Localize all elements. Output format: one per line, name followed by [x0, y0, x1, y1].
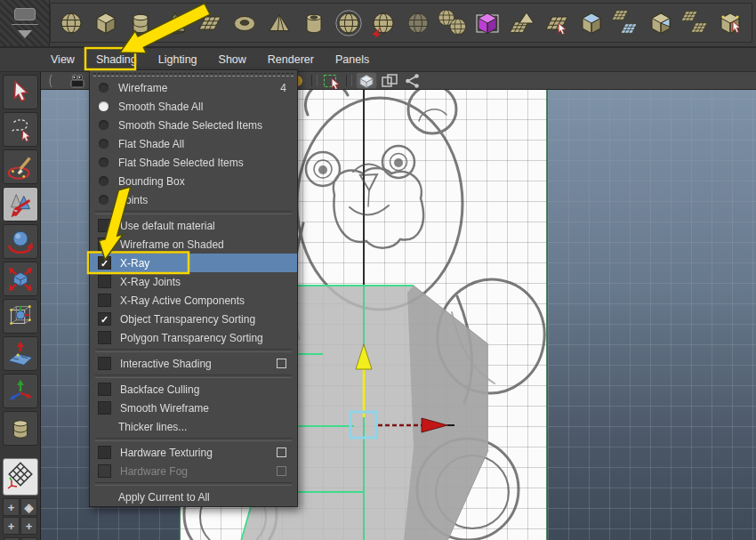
poly-torus-icon[interactable]	[229, 5, 260, 41]
panel-menubar: View Shading Lighting Show Renderer Pane…	[0, 48, 756, 72]
menu-item-polygon-transparency-sorting[interactable]: Polygon Transparency Sorting	[90, 328, 297, 347]
screenshot-icon[interactable]	[402, 72, 423, 89]
menu-item-hardware-fog[interactable]: Hardware Fog	[90, 462, 297, 480]
universal-manipulator-tool[interactable]	[3, 299, 38, 334]
menu-item-label: Apply Current to All	[118, 491, 286, 504]
checkbox-icon	[98, 275, 111, 288]
bevel-cube-icon[interactable]	[645, 5, 676, 41]
toolbar-separator	[346, 75, 352, 86]
menu-item-thicker-lines[interactable]: Thicker lines...	[90, 417, 297, 436]
menu-item-x-ray-active-components[interactable]: X-Ray Active Components	[90, 291, 297, 310]
menubar-item-show[interactable]: Show	[208, 49, 257, 70]
move-tool[interactable]	[3, 187, 38, 222]
pane-layout-button-3[interactable]: +	[3, 517, 20, 535]
append-to-polygon-tool-icon[interactable]	[541, 5, 572, 41]
option-box-icon[interactable]	[277, 466, 286, 476]
menu-item-flat-shade-all[interactable]: Flat Shade All	[90, 134, 297, 153]
menu-item-smooth-shade-all[interactable]: Smooth Shade All	[90, 97, 297, 116]
menu-tear-off-handle[interactable]	[92, 71, 295, 78]
menu-item-x-ray[interactable]: ✓X-Ray	[90, 254, 297, 272]
soft-modification-tool[interactable]	[3, 336, 38, 371]
toolbox: +◈++	[0, 72, 41, 540]
shelf-tab-button[interactable]	[14, 8, 36, 20]
poly-platonic-icon[interactable]	[333, 5, 364, 41]
menu-item-x-ray-joints[interactable]: X-Ray Joints	[90, 272, 297, 291]
menubar-item-view[interactable]: View	[40, 49, 85, 70]
menu-item-label: Polygon Transparency Sorting	[120, 332, 286, 344]
poly-cone-icon[interactable]	[159, 5, 190, 41]
option-box-icon[interactable]	[277, 447, 286, 457]
menu-item-label: Object Transparency Sorting	[120, 313, 286, 326]
menubar-item-shading[interactable]: Shading	[85, 49, 148, 70]
select-tool[interactable]	[3, 75, 38, 109]
menu-item-label: Interactive Shading	[120, 358, 268, 370]
menu-item-label: Wireframe	[118, 82, 271, 94]
uv-editor-cube-icon[interactable]	[471, 5, 503, 41]
isolate-select-toggle[interactable]	[379, 72, 400, 89]
single-pane-layout-button[interactable]	[3, 458, 38, 496]
pane-layout-button-1[interactable]: +	[3, 498, 20, 516]
checkbox-checked-icon: ✓	[98, 256, 111, 270]
radio-icon	[99, 195, 109, 205]
menu-item-object-transparency-sorting[interactable]: ✓Object Transparency Sorting	[90, 310, 297, 328]
poly-cube-icon[interactable]	[90, 5, 121, 41]
menubar-item-renderer[interactable]: Renderer	[257, 49, 325, 70]
quad-draw-tool-icon[interactable]	[506, 5, 537, 41]
rotate-tool[interactable]	[3, 224, 38, 259]
menu-item-label: Flat Shade Selected Items	[118, 157, 286, 169]
menu-item-wireframe[interactable]: Wireframe4	[90, 78, 297, 97]
radio-icon	[99, 120, 109, 130]
menu-item-label: Bounding Box	[118, 175, 286, 188]
poly-cylinder-icon[interactable]	[125, 5, 156, 41]
target-weld-tool-icon[interactable]	[714, 5, 745, 41]
menu-item-points[interactable]: Points	[90, 190, 297, 209]
menu-item-wireframe-on-shaded[interactable]: Wireframe on Shaded	[90, 235, 297, 254]
last-tool-used[interactable]	[3, 411, 38, 446]
menu-item-label: Flat Shade All	[118, 138, 286, 150]
poly-sphere-icon[interactable]	[55, 5, 86, 41]
pane-layout-button-4[interactable]: +	[20, 517, 37, 535]
option-box-icon[interactable]	[277, 359, 286, 368]
menu-item-backface-culling[interactable]: Backface Culling	[90, 380, 297, 399]
smooth-mesh-icon[interactable]	[402, 5, 433, 41]
xray-display-toggle[interactable]	[356, 72, 377, 89]
menu-item-hardware-texturing[interactable]: Hardware Texturing	[90, 443, 297, 462]
perspective-camera-icon[interactable]	[67, 72, 88, 89]
shelf	[0, 0, 756, 48]
multi-cut-tool-icon[interactable]	[575, 5, 607, 41]
pane-menu-handle[interactable]	[44, 72, 65, 89]
sculpt-sphere-icon[interactable]	[367, 5, 398, 41]
selection-highlighting-toggle[interactable]	[321, 72, 342, 89]
pane-layout-button-persp[interactable]: ◈	[20, 498, 37, 516]
menubar-item-panels[interactable]: Panels	[325, 49, 380, 70]
mirror-geometry-icon[interactable]	[610, 5, 641, 41]
menu-item-interactive-shading[interactable]: Interactive Shading	[90, 354, 297, 373]
checkbox-icon	[98, 383, 111, 396]
menu-item-bounding-box[interactable]: Bounding Box	[90, 172, 297, 190]
menu-item-flat-shade-selected-items[interactable]: Flat Shade Selected Items	[90, 153, 297, 172]
menu-item-label: Use default material	[120, 220, 286, 232]
menubar-item-lighting[interactable]: Lighting	[148, 49, 208, 70]
menu-item-label: X-Ray	[120, 257, 286, 270]
combine-meshes-icon[interactable]	[437, 5, 468, 41]
scale-tool[interactable]	[3, 262, 38, 296]
poly-pipe-icon[interactable]	[298, 5, 329, 41]
menu-separator	[95, 438, 292, 441]
checkbox-icon	[98, 294, 111, 307]
checkbox-icon	[98, 446, 111, 459]
menu-item-apply-current-to-all[interactable]: Apply Current to All	[90, 488, 297, 506]
bridge-faces-icon[interactable]	[680, 5, 711, 41]
checkbox-icon	[98, 401, 111, 415]
shelf-menu-arrow-icon[interactable]	[18, 30, 32, 38]
menu-item-smooth-shade-selected-items[interactable]: Smooth Shade Selected Items	[90, 116, 297, 134]
menu-item-label: Smooth Wireframe	[120, 402, 286, 415]
menu-item-label: Points	[118, 194, 286, 206]
paint-select-tool[interactable]	[3, 149, 38, 184]
lasso-select-tool[interactable]	[3, 112, 38, 147]
show-manipulator-tool[interactable]	[3, 374, 38, 408]
poly-pyramid-icon[interactable]	[263, 5, 294, 41]
checkbox-icon	[98, 357, 111, 370]
poly-plane-icon[interactable]	[194, 5, 225, 41]
menu-item-use-default-material[interactable]: Use default material	[90, 216, 297, 235]
menu-item-smooth-wireframe[interactable]: Smooth Wireframe	[90, 399, 297, 417]
